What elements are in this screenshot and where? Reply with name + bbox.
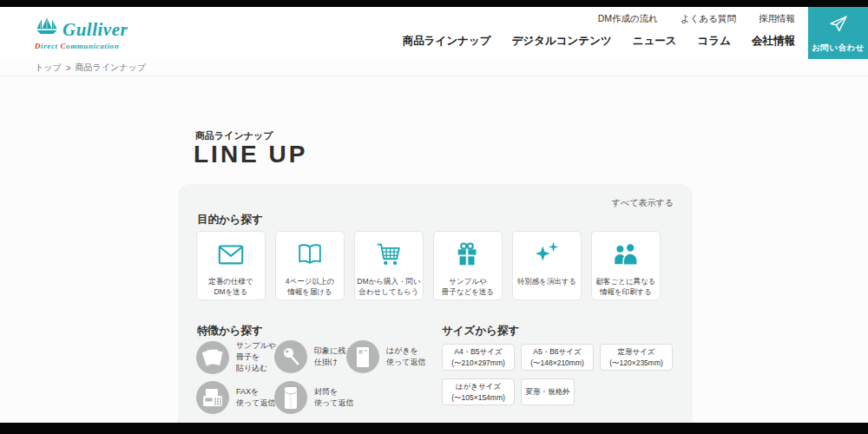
purpose-card-multipage[interactable]: 4ページ以上の 情報を届ける xyxy=(275,231,345,300)
utility-nav: DM作成の流れ よくある質問 採用情報 xyxy=(598,13,795,25)
cart-icon xyxy=(374,240,404,273)
postcard-icon xyxy=(346,340,379,373)
size-button-irregular[interactable]: 変形・規格外 xyxy=(521,378,575,405)
fax-icon xyxy=(196,381,229,414)
page-title: LINE UP xyxy=(194,141,307,168)
size-button-standard[interactable]: 定形サイズ (〜120×235mm) xyxy=(600,344,673,371)
feature-label: FAXを 使って返信 xyxy=(236,386,275,409)
purpose-card-label: 4ページ以上の 情報を届ける xyxy=(286,277,334,298)
show-all-link[interactable]: すべて表示する xyxy=(612,197,674,209)
paper-plane-icon xyxy=(827,13,850,39)
logo[interactable]: Gulliver Direct Communication xyxy=(35,16,128,50)
feature-item-memorable[interactable]: 印象に残る 仕掛け xyxy=(274,340,353,373)
feature-item-paste-samples[interactable]: サンプルや 冊子を 貼り込む xyxy=(196,340,276,374)
feature-item-postcard-reply[interactable]: はがきを 使って返信 xyxy=(346,340,425,373)
bottom-black-bar xyxy=(0,423,868,434)
gift-icon xyxy=(453,240,483,273)
envelope-icon xyxy=(216,240,246,273)
utility-nav-recruit[interactable]: 採用情報 xyxy=(759,13,795,25)
purpose-card-purchase-inquiry[interactable]: DMから購入・問い 合わせしてもらう xyxy=(354,231,424,300)
main-nav-company[interactable]: 会社情報 xyxy=(752,34,795,49)
purpose-card-special[interactable]: 特別感を演出する xyxy=(512,231,582,300)
breadcrumb-current: 商品ラインナップ xyxy=(76,62,146,74)
purpose-card-label: サンプルや 冊子などを送る xyxy=(442,277,494,298)
ship-icon xyxy=(35,16,59,39)
brand-tagline: Direct Communication xyxy=(35,42,128,50)
envelope-vertical-icon xyxy=(274,381,307,414)
page-root: Gulliver Direct Communication DM作成の流れ よく… xyxy=(0,0,868,434)
purpose-card-samples[interactable]: サンプルや 冊子などを送る xyxy=(433,231,503,300)
breadcrumb-separator: > xyxy=(66,63,71,73)
size-button-postcard[interactable]: はがきサイズ (〜105×154mm) xyxy=(442,378,515,405)
purpose-cards: 定番の仕様で DMを送る 4ページ以上の 情報を届ける xyxy=(196,231,661,300)
search-panel: すべて表示する 目的から探す 定番の仕様で DMを送る xyxy=(178,184,693,434)
purpose-section-heading: 目的から探す xyxy=(197,213,263,227)
contact-button-label: お問い合わせ xyxy=(812,43,865,54)
brand-name: Gulliver xyxy=(62,21,128,39)
feature-label: サンプルや 冊子を 貼り込む xyxy=(236,340,276,374)
purpose-card-standard-dm[interactable]: 定番の仕様で DMを送る xyxy=(196,231,266,300)
purpose-card-label: 定番の仕様で DMを送る xyxy=(208,277,253,298)
feature-item-envelope-reply[interactable]: 封筒を 使って返信 xyxy=(274,381,353,414)
utility-nav-dm-flow[interactable]: DM作成の流れ xyxy=(598,13,658,25)
size-section-heading: サイズから探す xyxy=(442,324,519,339)
feature-label: 封筒を 使って返信 xyxy=(314,386,353,409)
people-icon xyxy=(611,240,641,273)
feature-item-fax-reply[interactable]: FAXを 使って返信 xyxy=(196,381,275,414)
purpose-card-label: 顧客ごとに異なる 情報を印刷する xyxy=(596,277,656,298)
sparkle-icon xyxy=(532,240,562,273)
size-button-a5-b6[interactable]: A5・B6サイズ (〜148×210mm) xyxy=(521,344,594,371)
size-button-a4-b5[interactable]: A4・B5サイズ (〜210×297mm) xyxy=(442,344,515,371)
contact-button[interactable]: お問い合わせ xyxy=(808,7,868,59)
purpose-card-personalized[interactable]: 顧客ごとに異なる 情報を印刷する xyxy=(591,231,661,300)
feature-label: はがきを 使って返信 xyxy=(386,345,425,368)
tagline-irect: irect xyxy=(41,42,60,50)
feature-section-heading: 特徴から探す xyxy=(197,324,263,339)
main-nav-news[interactable]: ニュース xyxy=(633,34,677,49)
papers-icon xyxy=(196,341,229,374)
main-nav: 商品ラインナップ デジタルコンテンツ ニュース コラム 会社情報 xyxy=(403,34,795,49)
purpose-card-label: 特別感を演出する xyxy=(517,277,577,287)
main-nav-digital[interactable]: デジタルコンテンツ xyxy=(512,34,612,49)
main-nav-lineup[interactable]: 商品ラインナップ xyxy=(403,34,491,49)
breadcrumb-home-link[interactable]: トップ xyxy=(35,62,62,74)
top-black-bar xyxy=(0,0,868,7)
open-book-icon xyxy=(295,240,325,273)
pushpin-icon xyxy=(274,340,307,373)
tagline-ommunication: ommunication xyxy=(66,42,119,50)
utility-nav-faq[interactable]: よくある質問 xyxy=(681,13,736,25)
breadcrumb: トップ > 商品ラインナップ xyxy=(35,62,146,74)
main-nav-column[interactable]: コラム xyxy=(698,34,731,49)
site-header: Gulliver Direct Communication DM作成の流れ よく… xyxy=(0,7,868,59)
purpose-card-label: DMから購入・問い 合わせしてもらう xyxy=(357,277,420,298)
